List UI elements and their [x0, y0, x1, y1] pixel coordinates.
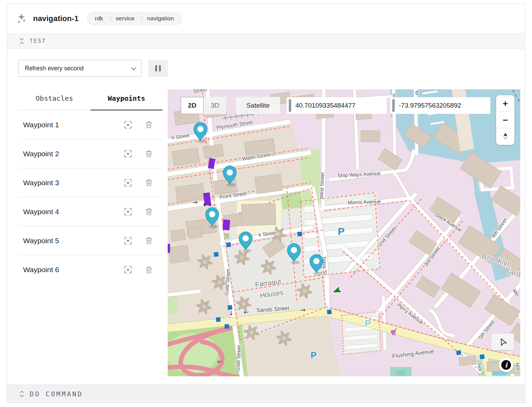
waypoint-row: Waypoint 2	[18, 139, 162, 168]
navigation-service-card: navigation-1 rdkservicenavigation TEST R…	[7, 3, 525, 403]
map-2d-button[interactable]: 2D	[181, 97, 204, 114]
obstacle-marker	[223, 219, 230, 230]
waypoint-list: Waypoint 1Waypoint 2Waypoint 3Waypoint 4…	[18, 110, 162, 284]
svg-text:→: →	[192, 198, 198, 206]
longitude-input[interactable]	[395, 97, 490, 114]
map-zoom-control: + −	[496, 95, 514, 145]
collapse-icon	[19, 38, 24, 44]
waypoint-label: Waypoint 3	[23, 179, 124, 187]
delete-waypoint-button[interactable]	[145, 179, 153, 187]
map-mode-toggle: 2D 3D	[181, 97, 226, 114]
svg-text:Morris Avenue: Morris Avenue	[348, 198, 381, 205]
waypoint-row: Waypoint 3	[18, 168, 162, 197]
refresh-rate-value: Refresh every second	[25, 65, 83, 72]
breadcrumb-item-navigation[interactable]: navigation	[147, 15, 174, 22]
pause-icon	[155, 65, 157, 71]
latitude-accent-bar	[289, 99, 291, 112]
focus-waypoint-button[interactable]	[124, 236, 132, 245]
navigation-arrow-icon	[499, 338, 507, 346]
waypoints-panel: Obstacles Waypoints Waypoint 1Waypoint 2…	[18, 89, 162, 376]
pause-refresh-button[interactable]	[148, 60, 168, 77]
compass-button[interactable]	[496, 128, 514, 145]
attribution-info-button[interactable]: i	[499, 358, 513, 372]
obstacle-marker	[168, 244, 170, 253]
longitude-field	[390, 97, 490, 114]
map-region[interactable]: Streeth StreetPlymouth StreetWater Stree…	[168, 89, 520, 376]
waypoint-row: Waypoint 6	[18, 255, 162, 284]
test-section-bar[interactable]: TEST	[7, 33, 525, 49]
tab-obstacles[interactable]: Obstacles	[18, 89, 90, 110]
waypoint-row: Waypoint 1	[18, 110, 162, 139]
zoom-in-button[interactable]: +	[496, 95, 514, 112]
svg-text:West Street: West Street	[318, 172, 325, 199]
do-command-bar[interactable]: DO COMMAND	[7, 385, 525, 403]
focus-waypoint-button[interactable]	[124, 265, 132, 274]
zoom-out-button[interactable]: −	[496, 112, 514, 128]
latitude-field	[287, 97, 387, 114]
delete-waypoint-button[interactable]	[145, 150, 153, 158]
info-icon: i	[501, 360, 511, 370]
waypoint-label: Waypoint 2	[23, 150, 124, 158]
do-command-label: DO COMMAND	[30, 390, 83, 398]
map-canvas[interactable]: Streeth StreetPlymouth StreetWater Stree…	[168, 89, 520, 376]
focus-waypoint-button[interactable]	[124, 149, 132, 158]
svg-text:↓: ↓	[228, 309, 234, 317]
waypoint-label: Waypoint 1	[23, 121, 124, 129]
delete-waypoint-button[interactable]	[145, 266, 153, 274]
tab-waypoints[interactable]: Waypoints	[90, 89, 162, 110]
svg-text:P: P	[338, 226, 345, 237]
waypoint-label: Waypoint 4	[23, 208, 124, 216]
waypoint-label: Waypoint 5	[23, 237, 124, 245]
delete-waypoint-button[interactable]	[145, 121, 153, 129]
test-section-label: TEST	[30, 38, 46, 44]
refresh-rate-select[interactable]: Refresh every second	[18, 60, 141, 77]
delete-waypoint-button[interactable]	[145, 237, 153, 245]
panel-tabs: Obstacles Waypoints	[18, 89, 162, 110]
svg-text:←: ←	[243, 308, 249, 316]
focus-waypoint-button[interactable]	[124, 207, 132, 216]
refresh-controls: Refresh every second	[7, 49, 525, 77]
waypoint-row: Waypoint 5	[18, 226, 162, 255]
longitude-accent-bar	[392, 99, 395, 112]
focus-waypoint-button[interactable]	[124, 178, 132, 187]
card-header: navigation-1 rdkservicenavigation	[7, 4, 525, 33]
locate-button[interactable]	[491, 334, 514, 350]
waypoint-row: Waypoint 4	[18, 197, 162, 226]
latitude-input[interactable]	[291, 97, 387, 114]
breadcrumb-item-service[interactable]: service	[116, 15, 135, 22]
page-title: navigation-1	[33, 14, 79, 23]
breadcrumb-separator-icon	[139, 17, 143, 21]
svg-text:P: P	[311, 350, 316, 360]
focus-waypoint-button[interactable]	[124, 120, 132, 129]
breadcrumb-item-rdk[interactable]: rdk	[95, 15, 103, 22]
waypoint-label: Waypoint 6	[23, 266, 124, 274]
svg-text:→: →	[300, 306, 306, 314]
main-content: Obstacles Waypoints Waypoint 1Waypoint 2…	[7, 77, 525, 376]
chevron-down-icon	[131, 66, 136, 70]
breadcrumb-separator-icon	[107, 17, 112, 21]
compass-icon	[502, 132, 509, 141]
navigation-service-icon	[16, 13, 28, 24]
map-3d-button[interactable]: 3D	[204, 97, 226, 114]
expand-icon	[19, 390, 24, 397]
delete-waypoint-button[interactable]	[145, 208, 153, 216]
satellite-button[interactable]: Satellite	[236, 97, 280, 114]
svg-text:er: er	[414, 91, 420, 96]
breadcrumb: rdkservicenavigation	[87, 12, 182, 25]
svg-text:P: P	[365, 318, 371, 329]
